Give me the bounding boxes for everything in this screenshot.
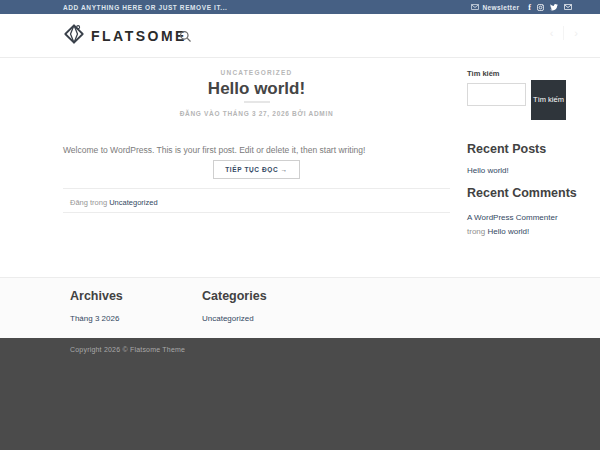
read-more-button[interactable]: TIẾP TỤC ĐỌC →	[213, 160, 299, 179]
comment-connector: trong	[467, 227, 485, 236]
copyright-text: Copyright 2026 © Flatsome Theme	[70, 346, 185, 353]
twitter-icon[interactable]	[550, 4, 558, 11]
title-divider	[244, 101, 270, 103]
archives-link[interactable]: Tháng 3 2026	[70, 314, 119, 323]
categories-title: Categories	[202, 289, 267, 303]
topbar: ADD ANYTHING HERE OR JUST REMOVE IT... N…	[0, 0, 600, 14]
footer-widgets: Archives Tháng 3 2026 Categories Uncateg…	[0, 277, 600, 338]
posted-in-category-link[interactable]: Uncategorized	[109, 198, 157, 207]
page: ADD ANYTHING HERE OR JUST REMOVE IT... N…	[0, 0, 600, 450]
posted-in-label: Đăng trong	[70, 198, 107, 207]
facebook-icon[interactable]: f	[528, 3, 531, 12]
flatsome-diamond-logo-icon	[63, 23, 85, 49]
chevron-right-icon[interactable]: ›	[574, 27, 578, 39]
recent-post-link[interactable]: Hello world!	[467, 166, 509, 175]
posted-in: Đăng trong Uncategorized	[70, 198, 450, 207]
site-logo[interactable]: FLATSOME	[63, 23, 187, 49]
post-category-label[interactable]: UNCATEGORIZED	[63, 69, 450, 76]
sidebar-search-button[interactable]: Tìm kiếm	[531, 80, 566, 120]
site-title: FLATSOME	[91, 28, 187, 44]
topbar-message: ADD ANYTHING HERE OR JUST REMOVE IT...	[63, 4, 228, 11]
post-divider-bottom	[63, 212, 450, 213]
recent-comment-item: A WordPress Commenter trong Hello world!	[467, 211, 575, 239]
topbar-right: Newsletter f	[471, 3, 572, 12]
chevron-left-icon[interactable]: ‹	[550, 27, 554, 39]
comment-author-link[interactable]: A WordPress Commenter	[467, 213, 558, 222]
archives-title: Archives	[70, 289, 123, 303]
instagram-icon[interactable]	[537, 4, 544, 11]
newsletter-envelope-icon	[471, 4, 479, 10]
header-divider	[563, 26, 564, 40]
sidebar-search-input[interactable]	[467, 83, 526, 106]
newsletter-label: Newsletter	[482, 4, 519, 11]
header-nav-arrows: ‹ ›	[550, 26, 578, 40]
post-title[interactable]: Hello world!	[63, 79, 450, 99]
recent-posts-title: Recent Posts	[467, 142, 546, 156]
comment-post-link[interactable]: Hello world!	[487, 227, 529, 236]
search-icon[interactable]	[179, 29, 192, 47]
read-more-wrap: TIẾP TỤC ĐỌC →	[63, 158, 450, 179]
footer-dark: Copyright 2026 © Flatsome Theme	[0, 338, 600, 450]
newsletter-link[interactable]: Newsletter	[471, 4, 519, 11]
post-divider-top	[63, 188, 450, 189]
sidebar-search-label: Tìm kiếm	[467, 69, 500, 78]
recent-comments-title: Recent Comments	[467, 186, 577, 200]
email-icon[interactable]	[564, 4, 572, 10]
post-excerpt: Welcome to WordPress. This is your first…	[63, 144, 450, 156]
categories-link[interactable]: Uncategorized	[202, 314, 254, 323]
site-header: FLATSOME ‹ ›	[0, 14, 600, 58]
social-links: f	[528, 3, 572, 12]
post-meta: ĐĂNG VÀO THÁNG 3 27, 2026 BỞI ADMIN	[63, 110, 450, 117]
